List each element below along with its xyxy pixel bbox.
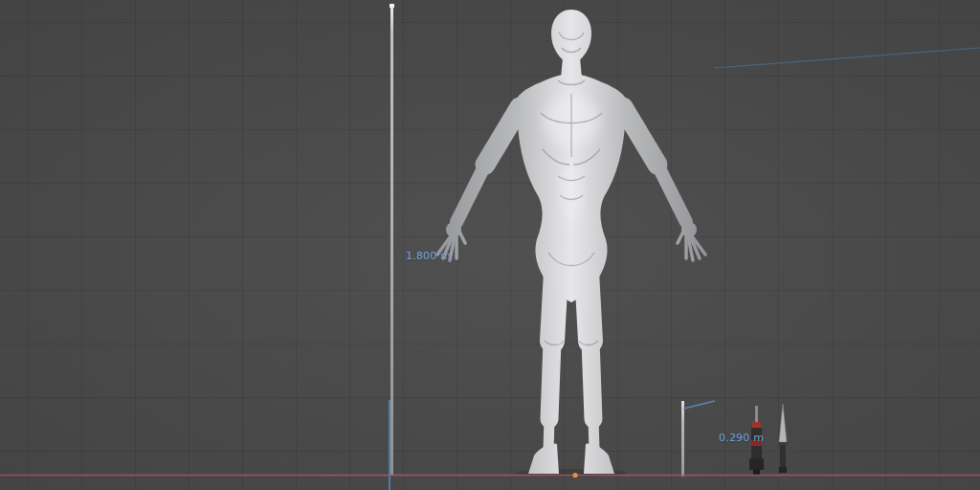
viewport-3d[interactable]: 1.800 m 0.290 m [0, 0, 980, 490]
height-reference-plane[interactable] [390, 5, 393, 476]
humanoid-character-model[interactable] [418, 6, 724, 480]
right-arm [623, 107, 705, 260]
dagger-prop[interactable] [778, 404, 788, 473]
head [551, 10, 591, 64]
measurement-label-prop-height: 0.290 m [719, 432, 764, 444]
height-reference-plane-top-cap [390, 4, 394, 8]
z-axis-line [389, 400, 390, 490]
left-arm [437, 107, 520, 260]
left-foot [528, 444, 559, 474]
figure-body [437, 10, 705, 474]
right-foot [584, 444, 614, 474]
humanoid-model-svg [418, 6, 724, 480]
abdomen-highlight [559, 164, 584, 221]
measurement-label-figure-height: 1.800 m [406, 250, 451, 262]
